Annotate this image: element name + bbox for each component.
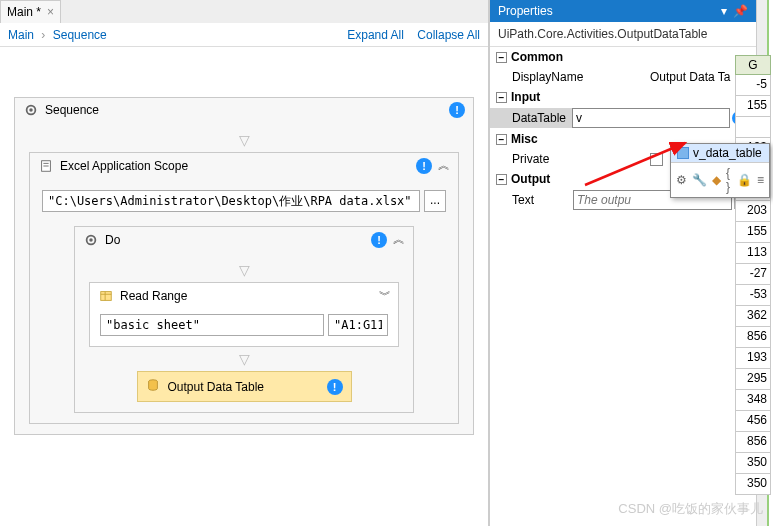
warn-icon[interactable]: ! — [449, 102, 465, 118]
close-icon[interactable]: × — [47, 5, 54, 19]
sheet-name-input[interactable] — [100, 314, 324, 336]
browse-button[interactable]: ... — [424, 190, 446, 212]
do-activity[interactable]: Do ! ︽ ▽ Read Range — [74, 226, 414, 413]
autocomplete-popup: v_data_table ⚙ 🔧 ◆ { } 🔒 ≡ — [670, 143, 770, 198]
sequence-icon — [23, 102, 39, 118]
svg-point-1 — [29, 108, 33, 112]
excel-cell[interactable]: 348 — [735, 390, 771, 411]
file-tab-label: Main * — [7, 5, 41, 19]
autocomplete-item[interactable]: v_data_table — [671, 144, 769, 162]
datatable-icon — [146, 378, 160, 395]
collapse-icon[interactable]: ︽ — [393, 231, 405, 248]
excel-cell[interactable]: 856 — [735, 432, 771, 453]
activity-class: UiPath.Core.Activities.OutputDataTable — [490, 22, 756, 47]
excel-cell[interactable]: 856 — [735, 327, 771, 348]
spreadsheet-icon — [98, 288, 114, 304]
excel-col-header: G — [735, 55, 771, 75]
excel-cell[interactable]: 203 — [735, 201, 771, 222]
workbook-path-input[interactable] — [42, 190, 420, 212]
excel-scope-title: Excel Application Scope — [60, 159, 410, 173]
prop-private-label: Private — [490, 149, 650, 169]
collapse-all-link[interactable]: Collapse All — [417, 28, 480, 42]
dropdown-icon[interactable]: ▾ — [721, 4, 727, 18]
prop-datatable-input[interactable] — [572, 108, 730, 128]
excel-cell[interactable]: 155 — [735, 222, 771, 243]
excel-scope-activity[interactable]: Excel Application Scope ! ︽ ... — [29, 152, 459, 424]
watermark: CSDN @吃饭的家伙事儿 — [618, 500, 763, 518]
properties-title: Properties — [498, 4, 553, 18]
excel-cell[interactable]: -5 — [735, 75, 771, 96]
properties-panel: Properties ▾ 📌 UiPath.Core.Activities.Ou… — [489, 0, 756, 526]
sequence-title: Sequence — [45, 103, 443, 117]
file-tab[interactable]: Main * × — [0, 0, 61, 23]
excel-cell[interactable]: 362 — [735, 306, 771, 327]
more-icon[interactable]: ≡ — [757, 166, 764, 194]
warn-icon[interactable]: ! — [371, 232, 387, 248]
drop-indicator[interactable]: ▽ — [87, 258, 401, 282]
prop-datatable-label: DataTable — [490, 108, 572, 128]
prop-private-checkbox[interactable] — [650, 153, 663, 166]
wrench-icon[interactable]: 🔧 — [692, 166, 707, 194]
pin-icon[interactable]: 📌 — [733, 4, 748, 18]
excel-column-preview: G -5155193-15795203155113-27-53362856193… — [735, 55, 771, 495]
output-data-table-title: Output Data Table — [168, 380, 319, 394]
excel-icon — [38, 158, 54, 174]
do-title: Do — [105, 233, 365, 247]
read-range-title: Read Range — [120, 289, 372, 303]
expand-all-link[interactable]: Expand All — [347, 28, 404, 42]
sequence-activity[interactable]: Sequence ! ▽ Excel Application Scope ! ︽ — [14, 97, 474, 435]
excel-cell[interactable]: 193 — [735, 348, 771, 369]
breadcrumb: Main › Sequence — [8, 28, 107, 42]
sequence-icon — [83, 232, 99, 248]
read-range-activity[interactable]: Read Range ︽ — [89, 282, 399, 347]
excel-cell[interactable]: -27 — [735, 264, 771, 285]
excel-cell[interactable]: 456 — [735, 411, 771, 432]
collapse-icon[interactable]: ︽ — [378, 287, 390, 304]
excel-cell[interactable]: 350 — [735, 474, 771, 495]
excel-cell[interactable]: 113 — [735, 243, 771, 264]
svg-point-6 — [89, 238, 93, 242]
braces-icon[interactable]: { } — [726, 166, 732, 194]
lock-icon[interactable]: 🔒 — [737, 166, 752, 194]
variable-icon — [677, 147, 689, 159]
field-icon[interactable]: ◆ — [712, 166, 721, 194]
drop-indicator[interactable]: ▽ — [87, 347, 401, 371]
category-common[interactable]: −Common — [490, 47, 756, 67]
prop-displayname-label: DisplayName — [490, 67, 650, 87]
breadcrumb-root[interactable]: Main — [8, 28, 34, 42]
prop-text-label: Text — [490, 190, 573, 210]
warn-icon[interactable]: ! — [327, 379, 343, 395]
warn-icon[interactable]: ! — [416, 158, 432, 174]
excel-cell[interactable]: 350 — [735, 453, 771, 474]
range-input[interactable] — [328, 314, 388, 336]
prop-displayname-value[interactable]: Output Data Ta — [650, 70, 731, 84]
output-data-table-activity[interactable]: Output Data Table ! — [137, 371, 352, 402]
excel-cell[interactable]: 155 — [735, 96, 771, 117]
svg-rect-7 — [101, 291, 112, 300]
gear-icon[interactable]: ⚙ — [676, 166, 687, 194]
autocomplete-item-label: v_data_table — [693, 146, 762, 160]
category-input[interactable]: −Input — [490, 87, 756, 107]
breadcrumb-child[interactable]: Sequence — [53, 28, 107, 42]
excel-cell[interactable]: -53 — [735, 285, 771, 306]
excel-cell[interactable]: 295 — [735, 369, 771, 390]
excel-cell[interactable] — [735, 117, 771, 138]
drop-indicator[interactable]: ▽ — [27, 128, 461, 152]
collapse-icon[interactable]: ︽ — [438, 157, 450, 174]
